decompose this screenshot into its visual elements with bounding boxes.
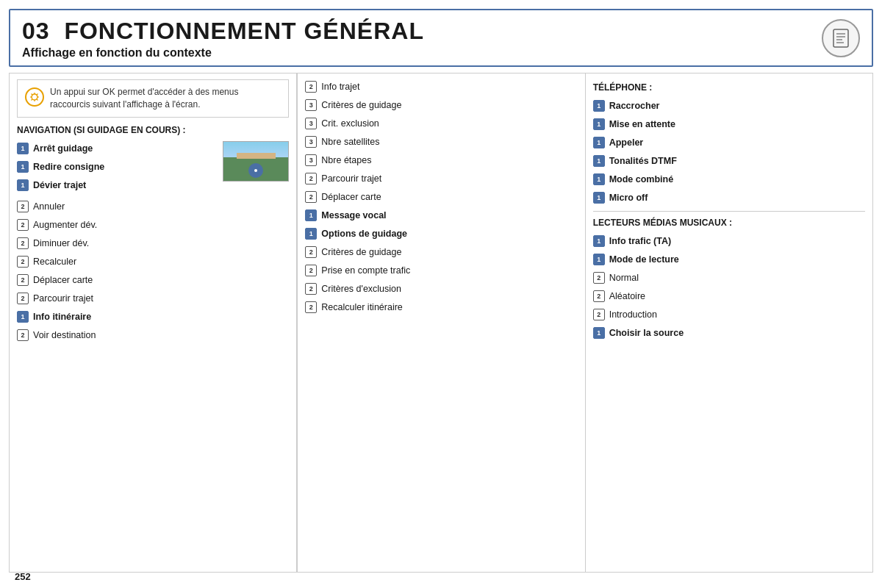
list-item: 3Crit. exclusion [305, 116, 577, 131]
badge-2: 2 [17, 201, 29, 212]
badge-1: 1 [305, 228, 317, 240]
list-item: 2Critères d'exclusion [305, 282, 577, 296]
item-label: Micro off [609, 193, 648, 203]
list-item: 1Options de guidage [305, 226, 577, 241]
badge-1: 1 [17, 161, 29, 173]
info-text: Un appui sur OK permet d'accéder à des m… [50, 86, 281, 111]
item-label: Normal [609, 273, 639, 283]
badge-2: 2 [17, 274, 29, 286]
item-label: Options de guidage [321, 229, 407, 239]
item-label: Parcourir trajet [321, 173, 381, 184]
right-sections: TÉLÉPHONE :1Raccrocher1Mise en attente1A… [593, 82, 865, 340]
badge-2: 2 [17, 293, 29, 304]
main-content: Un appui sur OK permet d'accéder à des m… [9, 73, 873, 573]
list-item: 1Micro off [593, 190, 865, 205]
item-label: Critères d'exclusion [321, 284, 401, 294]
item-label: Arrêt guidage [33, 143, 93, 154]
item-label: Déplacer carte [321, 192, 381, 202]
badge-2: 2 [305, 173, 317, 184]
item-label: Augmenter dév. [33, 220, 97, 230]
list-item: 2Parcourir trajet [305, 171, 577, 186]
badge-1: 1 [593, 254, 605, 265]
item-label: Diminuer dév. [33, 238, 89, 248]
list-item: 1Raccrocher [593, 98, 865, 113]
badge-1: 1 [593, 235, 605, 247]
item-label: Annuler [33, 201, 65, 212]
list-item: 2Recalculer [17, 254, 289, 269]
badge-1: 1 [593, 192, 605, 204]
list-item: 2Annuler [17, 199, 289, 214]
page-title: 03 FONCTIONNEMENT GÉNÉRAL [22, 18, 860, 45]
item-label: Introduction [609, 309, 657, 320]
badge-2: 2 [17, 237, 29, 249]
badge-3: 3 [305, 99, 317, 111]
item-label: Prise en compte trafic [321, 265, 410, 276]
badge-2: 2 [17, 256, 29, 268]
title-text: FONCTIONNEMENT GÉNÉRAL [64, 18, 424, 44]
item-label: Appeler [609, 137, 644, 148]
section-heading-0: TÉLÉPHONE : [593, 82, 865, 93]
list-item: 2Diminuer dév. [17, 236, 289, 251]
item-label: Recalculer itinéraire [321, 302, 402, 312]
info-box: Un appui sur OK permet d'accéder à des m… [17, 79, 289, 118]
list-item: 1Dévier trajet [17, 178, 217, 193]
list-item: 2Parcourir trajet [17, 291, 289, 306]
list-item: 1Message vocal [305, 208, 577, 223]
list-item: 2Critères de guidage [305, 245, 577, 259]
item-label: Nbre satellites [321, 137, 379, 147]
item-label: Tonalités DTMF [609, 156, 677, 166]
list-item: 2Voir destination [17, 328, 289, 343]
badge-2: 2 [17, 329, 29, 341]
badge-2: 2 [305, 191, 317, 203]
item-label: Dévier trajet [33, 180, 86, 190]
item-label: Critères de guidage [321, 100, 401, 110]
item-label: Choisir la source [609, 328, 684, 338]
list-item: 2Déplacer carte [17, 273, 289, 287]
list-item: 1Choisir la source [593, 326, 865, 340]
item-label: Info itinéraire [33, 312, 91, 322]
right-column: TÉLÉPHONE :1Raccrocher1Mise en attente1A… [585, 73, 873, 573]
svg-line-11 [37, 99, 38, 101]
badge-1: 1 [593, 137, 605, 148]
item-label: Mode de lecture [609, 254, 679, 265]
badge-1: 1 [593, 100, 605, 112]
badge-1: 1 [593, 118, 605, 130]
page-subtitle: Affichage en fonction du contexte [22, 46, 860, 60]
item-label: Mise en attente [609, 119, 675, 129]
middle-items: 2Info trajet3Critères de guidage3Crit. e… [305, 79, 577, 315]
badge-2: 2 [305, 246, 317, 258]
svg-point-15 [254, 169, 257, 172]
item-label: Nbre étapes [321, 155, 371, 165]
badge-2: 2 [17, 219, 29, 231]
badge-2: 2 [593, 309, 605, 320]
list-item: 1Mode combiné [593, 172, 865, 187]
badge-1: 1 [17, 179, 29, 191]
nav-overlay-icon [248, 163, 263, 178]
list-item: 1Redire consigne [17, 159, 217, 174]
item-label: Redire consigne [33, 162, 104, 172]
left-items-bottom: 2Annuler2Augmenter dév.2Diminuer dév.2Re… [17, 199, 289, 343]
svg-line-12 [37, 94, 38, 96]
item-label: Info trajet [321, 82, 359, 92]
svg-rect-0 [833, 29, 848, 47]
badge-1: 1 [17, 143, 29, 154]
list-item: 1Appeler [593, 135, 865, 150]
info-icon [25, 87, 44, 107]
page-footer: 252 [15, 571, 31, 582]
badge-3: 3 [305, 118, 317, 129]
list-item: 2Introduction [593, 307, 865, 322]
item-label: Déplacer carte [33, 275, 93, 285]
badge-2: 2 [305, 81, 317, 93]
sun-icon [29, 92, 40, 102]
badge-1: 1 [305, 209, 317, 221]
list-item: 2Recalculer itinéraire [305, 300, 577, 315]
list-item: 1Mise en attente [593, 117, 865, 132]
svg-line-10 [32, 94, 33, 96]
section-divider [593, 211, 865, 212]
svg-point-5 [32, 94, 37, 100]
list-item: 1Info trafic (TA) [593, 234, 865, 248]
svg-line-13 [32, 99, 33, 101]
item-label: Info trafic (TA) [609, 236, 671, 246]
list-item: 2Info trajet [305, 79, 577, 94]
item-label: Voir destination [33, 330, 96, 340]
